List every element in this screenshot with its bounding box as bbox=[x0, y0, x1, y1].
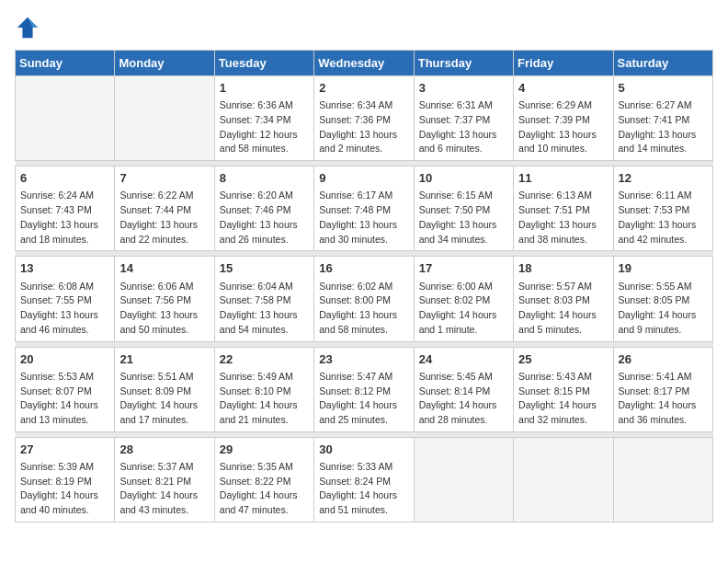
weekday-header-sunday: Sunday bbox=[16, 51, 115, 76]
day-info: Sunrise: 6:17 AM Sunset: 7:48 PM Dayligh… bbox=[319, 189, 408, 247]
day-info: Sunrise: 5:37 AM Sunset: 8:21 PM Dayligh… bbox=[119, 460, 209, 518]
calendar-cell: 27Sunrise: 5:39 AM Sunset: 8:19 PM Dayli… bbox=[16, 437, 115, 522]
day-number: 21 bbox=[119, 351, 209, 368]
calendar-cell: 11Sunrise: 6:13 AM Sunset: 7:51 PM Dayli… bbox=[514, 167, 613, 251]
day-number: 29 bbox=[220, 442, 309, 458]
day-number: 26 bbox=[619, 351, 708, 368]
calendar-cell bbox=[613, 437, 712, 522]
calendar-cell: 6Sunrise: 6:24 AM Sunset: 7:43 PM Daylig… bbox=[16, 167, 115, 251]
day-number: 17 bbox=[419, 260, 508, 277]
day-number: 4 bbox=[518, 80, 608, 97]
day-number: 8 bbox=[220, 170, 309, 187]
day-info: Sunrise: 6:24 AM Sunset: 7:43 PM Dayligh… bbox=[20, 189, 109, 247]
day-info: Sunrise: 6:27 AM Sunset: 7:41 PM Dayligh… bbox=[619, 98, 708, 156]
day-number: 3 bbox=[419, 80, 508, 97]
calendar-cell: 14Sunrise: 6:06 AM Sunset: 7:56 PM Dayli… bbox=[115, 257, 214, 341]
calendar-cell: 1Sunrise: 6:36 AM Sunset: 7:34 PM Daylig… bbox=[214, 76, 313, 161]
calendar-cell: 22Sunrise: 5:49 AM Sunset: 8:10 PM Dayli… bbox=[214, 347, 313, 431]
day-number: 14 bbox=[119, 260, 209, 277]
calendar-cell: 10Sunrise: 6:15 AM Sunset: 7:50 PM Dayli… bbox=[414, 167, 513, 251]
calendar-cell: 3Sunrise: 6:31 AM Sunset: 7:37 PM Daylig… bbox=[414, 76, 513, 161]
day-number: 11 bbox=[518, 170, 608, 187]
day-info: Sunrise: 6:36 AM Sunset: 7:34 PM Dayligh… bbox=[220, 98, 309, 156]
day-number: 12 bbox=[619, 170, 708, 187]
weekday-header-friday: Friday bbox=[514, 51, 613, 76]
day-info: Sunrise: 5:41 AM Sunset: 8:17 PM Dayligh… bbox=[619, 370, 708, 428]
calendar-cell: 8Sunrise: 6:20 AM Sunset: 7:46 PM Daylig… bbox=[214, 167, 313, 251]
day-number: 22 bbox=[220, 351, 309, 368]
calendar-week-row: 6Sunrise: 6:24 AM Sunset: 7:43 PM Daylig… bbox=[16, 167, 713, 251]
calendar-cell: 9Sunrise: 6:17 AM Sunset: 7:48 PM Daylig… bbox=[314, 167, 414, 251]
calendar-cell: 20Sunrise: 5:53 AM Sunset: 8:07 PM Dayli… bbox=[16, 347, 115, 431]
weekday-header-wednesday: Wednesday bbox=[314, 51, 414, 76]
day-info: Sunrise: 5:53 AM Sunset: 8:07 PM Dayligh… bbox=[20, 370, 109, 428]
day-number: 27 bbox=[20, 442, 109, 458]
day-info: Sunrise: 6:15 AM Sunset: 7:50 PM Dayligh… bbox=[419, 189, 508, 247]
day-number: 25 bbox=[518, 351, 608, 368]
calendar-cell bbox=[514, 437, 613, 522]
calendar-cell: 29Sunrise: 5:35 AM Sunset: 8:22 PM Dayli… bbox=[214, 437, 313, 522]
day-info: Sunrise: 5:33 AM Sunset: 8:24 PM Dayligh… bbox=[319, 460, 408, 518]
calendar-cell: 21Sunrise: 5:51 AM Sunset: 8:09 PM Dayli… bbox=[115, 347, 214, 431]
day-info: Sunrise: 5:51 AM Sunset: 8:09 PM Dayligh… bbox=[119, 370, 209, 428]
calendar-week-row: 13Sunrise: 6:08 AM Sunset: 7:55 PM Dayli… bbox=[16, 257, 713, 341]
calendar-cell: 7Sunrise: 6:22 AM Sunset: 7:44 PM Daylig… bbox=[115, 167, 214, 251]
day-number: 16 bbox=[319, 260, 408, 277]
day-number: 7 bbox=[119, 170, 209, 187]
calendar-week-row: 27Sunrise: 5:39 AM Sunset: 8:19 PM Dayli… bbox=[16, 437, 713, 522]
calendar-cell: 25Sunrise: 5:43 AM Sunset: 8:15 PM Dayli… bbox=[514, 347, 613, 431]
calendar-cell: 12Sunrise: 6:11 AM Sunset: 7:53 PM Dayli… bbox=[613, 167, 712, 251]
calendar-cell: 16Sunrise: 6:02 AM Sunset: 8:00 PM Dayli… bbox=[314, 257, 414, 341]
day-info: Sunrise: 6:06 AM Sunset: 7:56 PM Dayligh… bbox=[119, 280, 209, 338]
calendar-cell: 23Sunrise: 5:47 AM Sunset: 8:12 PM Dayli… bbox=[314, 347, 414, 431]
day-number: 30 bbox=[319, 442, 408, 458]
day-number: 20 bbox=[20, 351, 109, 368]
day-number: 13 bbox=[20, 260, 109, 277]
calendar-cell: 13Sunrise: 6:08 AM Sunset: 7:55 PM Dayli… bbox=[16, 257, 115, 341]
day-number: 23 bbox=[319, 351, 408, 368]
day-number: 15 bbox=[220, 260, 309, 277]
day-info: Sunrise: 6:02 AM Sunset: 8:00 PM Dayligh… bbox=[319, 280, 408, 338]
calendar-cell bbox=[16, 76, 115, 161]
day-info: Sunrise: 5:39 AM Sunset: 8:19 PM Dayligh… bbox=[20, 460, 109, 518]
day-number: 18 bbox=[518, 260, 608, 277]
calendar-table: SundayMondayTuesdayWednesdayThursdayFrid… bbox=[15, 50, 713, 523]
day-info: Sunrise: 6:29 AM Sunset: 7:39 PM Dayligh… bbox=[518, 98, 608, 156]
day-info: Sunrise: 6:00 AM Sunset: 8:02 PM Dayligh… bbox=[419, 280, 508, 338]
day-number: 19 bbox=[619, 260, 708, 277]
day-number: 5 bbox=[619, 80, 708, 97]
day-info: Sunrise: 5:45 AM Sunset: 8:14 PM Dayligh… bbox=[419, 370, 508, 428]
day-number: 28 bbox=[119, 442, 209, 458]
calendar-cell bbox=[115, 76, 214, 161]
day-number: 6 bbox=[20, 170, 109, 187]
day-number: 2 bbox=[319, 80, 408, 97]
weekday-header-thursday: Thursday bbox=[414, 51, 513, 76]
calendar-cell: 26Sunrise: 5:41 AM Sunset: 8:17 PM Dayli… bbox=[613, 347, 712, 431]
calendar-cell: 30Sunrise: 5:33 AM Sunset: 8:24 PM Dayli… bbox=[314, 437, 414, 522]
day-info: Sunrise: 5:57 AM Sunset: 8:03 PM Dayligh… bbox=[518, 280, 608, 338]
day-number: 24 bbox=[419, 351, 508, 368]
day-info: Sunrise: 5:35 AM Sunset: 8:22 PM Dayligh… bbox=[220, 460, 309, 518]
calendar-cell: 28Sunrise: 5:37 AM Sunset: 8:21 PM Dayli… bbox=[115, 437, 214, 522]
day-number: 10 bbox=[419, 170, 508, 187]
calendar-cell bbox=[414, 437, 513, 522]
day-info: Sunrise: 5:43 AM Sunset: 8:15 PM Dayligh… bbox=[518, 370, 608, 428]
day-info: Sunrise: 6:08 AM Sunset: 7:55 PM Dayligh… bbox=[20, 280, 109, 338]
calendar-cell: 5Sunrise: 6:27 AM Sunset: 7:41 PM Daylig… bbox=[613, 76, 712, 161]
day-info: Sunrise: 6:22 AM Sunset: 7:44 PM Dayligh… bbox=[119, 189, 209, 247]
calendar-cell: 2Sunrise: 6:34 AM Sunset: 7:36 PM Daylig… bbox=[314, 76, 414, 161]
day-number: 9 bbox=[319, 170, 408, 187]
day-number: 1 bbox=[220, 80, 309, 97]
calendar-cell: 19Sunrise: 5:55 AM Sunset: 8:05 PM Dayli… bbox=[613, 257, 712, 341]
day-info: Sunrise: 5:55 AM Sunset: 8:05 PM Dayligh… bbox=[619, 280, 708, 338]
calendar-cell: 15Sunrise: 6:04 AM Sunset: 7:58 PM Dayli… bbox=[214, 257, 313, 341]
weekday-header-saturday: Saturday bbox=[613, 51, 712, 76]
day-info: Sunrise: 6:20 AM Sunset: 7:46 PM Dayligh… bbox=[220, 189, 309, 247]
weekday-header-monday: Monday bbox=[115, 51, 214, 76]
logo bbox=[15, 15, 44, 40]
day-info: Sunrise: 6:13 AM Sunset: 7:51 PM Dayligh… bbox=[518, 189, 608, 247]
calendar-cell: 17Sunrise: 6:00 AM Sunset: 8:02 PM Dayli… bbox=[414, 257, 513, 341]
page-header bbox=[15, 15, 713, 40]
weekday-header-tuesday: Tuesday bbox=[214, 51, 313, 76]
logo-icon bbox=[15, 15, 40, 40]
